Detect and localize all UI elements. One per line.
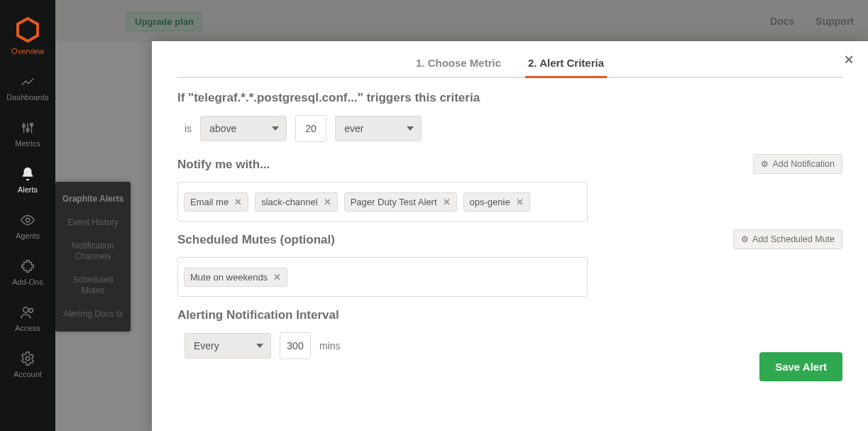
interval-value-input[interactable] <box>280 332 311 359</box>
notification-chip: slack-channel✕ <box>255 192 338 212</box>
chip-label: Mute on weekends <box>190 272 268 283</box>
interval-heading: Alerting Notification Interval <box>177 308 842 322</box>
add-mute-label: Add Scheduled Mute <box>752 234 835 244</box>
save-alert-button[interactable]: Save Alert <box>759 352 842 381</box>
logo-icon <box>15 17 40 43</box>
notify-heading: Notify me with... <box>177 158 270 172</box>
sliders-icon <box>0 119 55 137</box>
interval-mode-value: Every <box>194 340 219 351</box>
nav-dashboards[interactable]: Dashboards <box>0 65 55 111</box>
gear-icon: ⚙ <box>761 159 769 169</box>
window-select[interactable]: ever <box>335 116 422 141</box>
nav-label: Dashboards <box>0 93 55 102</box>
eye-icon <box>0 211 55 229</box>
nav-access[interactable]: Access <box>0 296 55 342</box>
modal-tabs: 1. Choose Metric 2. Alert Criteria <box>177 55 842 78</box>
nav-label: Metrics <box>0 139 55 148</box>
is-label: is <box>185 123 192 134</box>
chip-label: Email me <box>190 197 229 207</box>
bell-icon <box>0 165 55 183</box>
tab-choose-metric[interactable]: 1. Choose Metric <box>413 57 504 78</box>
nav-label: Account <box>0 370 55 378</box>
chart-line-icon <box>0 72 55 91</box>
notification-chip: ops-genie✕ <box>463 192 530 212</box>
svg-point-9 <box>29 309 33 313</box>
add-notification-label: Add Notification <box>772 159 835 169</box>
mutes-heading: Scheduled Mutes (optional) <box>177 233 335 247</box>
comparator-value: above <box>209 123 236 134</box>
tab-alert-criteria[interactable]: 2. Alert Criteria <box>525 57 607 78</box>
nav-agents[interactable]: Agents <box>0 204 55 250</box>
interval-mode-select[interactable]: Every <box>185 333 271 359</box>
nav-account[interactable]: Account <box>0 342 55 388</box>
chevron-down-icon <box>407 126 414 131</box>
svg-point-7 <box>26 218 30 222</box>
svg-marker-0 <box>18 18 38 41</box>
chevron-down-icon <box>256 344 263 348</box>
gear-icon: ⚙ <box>741 234 749 244</box>
svg-point-8 <box>23 307 28 312</box>
remove-icon[interactable]: ✕ <box>273 272 281 283</box>
nav-overview[interactable]: Overview <box>0 0 55 65</box>
nav-label: Alerts <box>0 185 55 194</box>
notification-chip: Pager Duty Test Alert✕ <box>344 192 457 212</box>
puzzle-icon <box>0 257 55 275</box>
mute-chip: Mute on weekends✕ <box>184 268 287 287</box>
trigger-heading: If "telegraf.*.*.postgresql.conf..." tri… <box>177 91 842 105</box>
threshold-input[interactable] <box>295 115 326 142</box>
interval-unit: mins <box>319 340 341 351</box>
users-icon <box>0 303 55 322</box>
svg-point-10 <box>26 356 30 361</box>
mutes-box[interactable]: Mute on weekends✕ <box>177 257 588 297</box>
chip-label: Pager Duty Test Alert <box>351 197 437 207</box>
nav-addons[interactable]: Add-Ons <box>0 250 55 296</box>
chevron-down-icon <box>272 126 279 131</box>
notifications-box[interactable]: Email me✕ slack-channel✕ Pager Duty Test… <box>177 182 588 222</box>
remove-icon[interactable]: ✕ <box>324 197 331 207</box>
alert-criteria-modal: ✕ 1. Choose Metric 2. Alert Criteria If … <box>152 41 868 431</box>
nav-label: Overview <box>0 47 55 55</box>
main-nav: Overview Dashboards Metrics Alerts Agent… <box>0 0 55 431</box>
chip-label: ops-genie <box>470 197 510 207</box>
nav-alerts[interactable]: Alerts <box>0 158 55 204</box>
nav-label: Add-Ons <box>0 278 55 286</box>
add-notification-button[interactable]: ⚙ Add Notification <box>753 154 842 174</box>
remove-icon[interactable]: ✕ <box>234 197 242 207</box>
remove-icon[interactable]: ✕ <box>443 197 451 207</box>
add-scheduled-mute-button[interactable]: ⚙ Add Scheduled Mute <box>733 229 842 249</box>
comparator-select[interactable]: above <box>200 116 287 141</box>
notification-chip: Email me✕ <box>184 192 248 212</box>
close-icon[interactable]: ✕ <box>844 53 854 67</box>
window-value: ever <box>344 123 363 134</box>
gear-icon <box>0 349 55 368</box>
remove-icon[interactable]: ✕ <box>516 197 524 207</box>
nav-label: Access <box>0 324 55 332</box>
nav-label: Agents <box>0 231 55 240</box>
nav-metrics[interactable]: Metrics <box>0 111 55 158</box>
chip-label: slack-channel <box>261 197 318 207</box>
